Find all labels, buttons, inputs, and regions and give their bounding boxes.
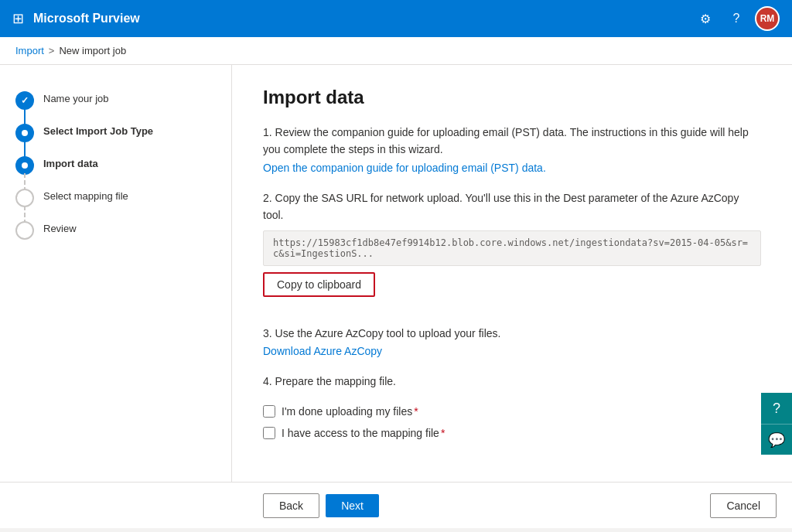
breadcrumb-current: New import job bbox=[59, 45, 126, 56]
required-star-1: * bbox=[414, 405, 418, 418]
download-azcopy-link[interactable]: Download Azure AzCopy bbox=[263, 345, 382, 357]
step-4-number: 4. bbox=[263, 375, 272, 387]
import-step-4: 4. Prepare the mapping file. bbox=[263, 373, 761, 390]
import-step-3: 3. Use the Azure AzCopy tool to upload y… bbox=[263, 325, 761, 357]
floating-side-panel: ? 💬 bbox=[761, 393, 792, 455]
step-2-dot bbox=[22, 130, 28, 136]
import-step-1: 1. Review the companion guide for upload… bbox=[263, 124, 761, 174]
copy-to-clipboard-button[interactable]: Copy to clipboard bbox=[263, 272, 375, 297]
content-area: Import data 1. Review the companion guid… bbox=[232, 65, 792, 482]
checkbox-mapping-input[interactable] bbox=[263, 427, 275, 439]
user-avatar[interactable]: RM bbox=[755, 6, 780, 31]
help-icon[interactable]: ? bbox=[724, 6, 749, 31]
checkbox-mapping-label[interactable]: I have access to the mapping file* bbox=[282, 427, 445, 439]
step-2-circle bbox=[15, 124, 34, 142]
step-1-text: 1. Review the companion guide for upload… bbox=[263, 124, 761, 159]
required-star-2: * bbox=[441, 427, 445, 439]
cancel-button[interactable]: Cancel bbox=[710, 493, 777, 518]
step-1: ✓ Name your job bbox=[15, 84, 216, 116]
step-4-label: Select mapping file bbox=[43, 187, 128, 202]
step-5-label: Review bbox=[43, 220, 77, 234]
breadcrumb: Import > New import job bbox=[0, 37, 792, 65]
footer: Back Next Cancel bbox=[0, 482, 792, 528]
step-1-body: Review the companion guide for uploading… bbox=[263, 126, 749, 155]
header-icons: ⚙ ? RM bbox=[693, 6, 780, 31]
step-3-body: Use the Azure AzCopy tool to upload your… bbox=[275, 327, 501, 339]
floating-chat-button[interactable]: 💬 bbox=[761, 424, 792, 455]
checkbox-uploading-input[interactable] bbox=[263, 405, 275, 418]
step-4-body: Prepare the mapping file. bbox=[275, 375, 396, 387]
step-1-number: 1. bbox=[263, 126, 272, 138]
checkbox-uploading-label[interactable]: I'm done uploading my files* bbox=[282, 405, 418, 418]
step-5: Review bbox=[15, 213, 216, 246]
steps-sidebar: ✓ Name your job Select Import Job Type I… bbox=[0, 65, 232, 482]
step-5-circle bbox=[15, 221, 34, 240]
sas-url-display: https://15983cf1db8e47ef9914b12.blob.cor… bbox=[263, 230, 761, 266]
step-3-circle bbox=[15, 156, 34, 175]
next-button[interactable]: Next bbox=[326, 494, 379, 517]
step-2-body: Copy the SAS URL for network upload. You… bbox=[263, 192, 739, 221]
breadcrumb-separator: > bbox=[49, 45, 55, 56]
step-2: Select Import Job Type bbox=[15, 116, 216, 148]
step-3-label: Import data bbox=[43, 155, 98, 169]
step-1-circle: ✓ bbox=[15, 91, 34, 110]
import-step-2: 2. Copy the SAS URL for network upload. … bbox=[263, 189, 761, 309]
step-1-label: Name your job bbox=[43, 90, 109, 104]
breadcrumb-parent-link[interactable]: Import bbox=[15, 45, 44, 56]
step-4: Select mapping file bbox=[15, 181, 216, 213]
step-2-text: 2. Copy the SAS URL for network upload. … bbox=[263, 189, 761, 224]
step-2-label: Select Import Job Type bbox=[43, 122, 153, 137]
page-title: Import data bbox=[263, 87, 761, 108]
checkmark-icon: ✓ bbox=[21, 95, 29, 106]
companion-guide-link[interactable]: Open the companion guide for uploading e… bbox=[263, 162, 546, 174]
app-grid-icon[interactable]: ⊞ bbox=[12, 10, 24, 27]
step-4-text: 4. Prepare the mapping file. bbox=[263, 373, 761, 390]
settings-icon[interactable]: ⚙ bbox=[693, 6, 718, 31]
step-3-text: 3. Use the Azure AzCopy tool to upload y… bbox=[263, 325, 761, 342]
step-2-number: 2. bbox=[263, 192, 272, 204]
main-container: ✓ Name your job Select Import Job Type I… bbox=[0, 65, 792, 482]
step-3-number: 3. bbox=[263, 327, 272, 339]
app-header: ⊞ Microsoft Purview ⚙ ? RM bbox=[0, 0, 792, 37]
step-3: Import data bbox=[15, 148, 216, 181]
step-3-dot bbox=[22, 162, 28, 169]
back-button[interactable]: Back bbox=[263, 493, 319, 518]
app-title: Microsoft Purview bbox=[33, 12, 684, 26]
checkbox-uploading-done: I'm done uploading my files* bbox=[263, 405, 761, 418]
checkbox-mapping-access: I have access to the mapping file* bbox=[263, 427, 761, 439]
floating-help-button[interactable]: ? bbox=[761, 393, 792, 424]
step-4-circle bbox=[15, 189, 34, 207]
